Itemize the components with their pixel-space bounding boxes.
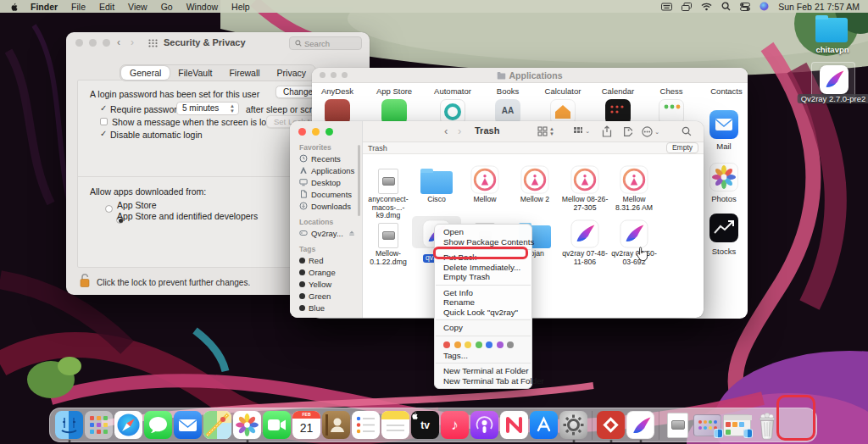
require-password-checkbox[interactable]: ✓: [100, 103, 107, 113]
dock-music[interactable]: ♪: [440, 408, 470, 442]
menu-item-new-terminal-tab[interactable]: New Terminal Tab at Folder: [435, 376, 531, 386]
zoom-button[interactable]: [326, 128, 333, 136]
file-mellow-83126[interactable]: Mellow 8.31.26 AM: [609, 162, 659, 212]
dock-minimized-window-2[interactable]: [722, 408, 752, 442]
dock-calendar[interactable]: FEB 21: [292, 408, 321, 442]
menu-edit[interactable]: Edit: [92, 2, 121, 12]
app-label[interactable]: Books: [497, 86, 519, 96]
menu-go[interactable]: Go: [154, 2, 180, 12]
file-cisco-folder[interactable]: Cisco: [412, 162, 461, 204]
menu-item-put-back[interactable]: Put Back: [435, 253, 531, 263]
menu-file[interactable]: File: [64, 2, 92, 12]
tab-filevault[interactable]: FileVault: [170, 66, 220, 80]
dock-maps[interactable]: [203, 408, 232, 442]
unlocked-lock-icon[interactable]: [79, 273, 91, 288]
tab-firewall[interactable]: Firewall: [220, 66, 268, 80]
apple-menu[interactable]: [0, 2, 24, 12]
group-by-icon[interactable]: ⌄: [573, 126, 590, 136]
tab-general[interactable]: General: [121, 66, 170, 80]
minimize-button[interactable]: [312, 128, 320, 136]
dock-anydesk[interactable]: [596, 408, 626, 442]
more-actions-icon[interactable]: ⌄: [642, 126, 659, 137]
minimize-button[interactable]: [331, 72, 337, 78]
menu-item-get-info[interactable]: Get Info: [435, 288, 531, 298]
menu-help[interactable]: Help: [225, 2, 257, 12]
menu-bar-clock[interactable]: Sun Feb 21 7:57 AM: [778, 2, 860, 12]
desktop-label-qv2ray[interactable]: Qv2ray 2.7.0-pre2: [798, 94, 868, 103]
file-mellow-2[interactable]: Mellow 2: [510, 162, 559, 204]
forward-icon[interactable]: ›: [131, 36, 134, 48]
sidebar-scrollbar[interactable]: [358, 145, 360, 216]
dock-podcasts[interactable]: [470, 408, 499, 442]
view-options-icon[interactable]: ▲▼: [537, 126, 554, 136]
menu-item-open[interactable]: Open: [435, 227, 531, 237]
photos-icon[interactable]: [709, 163, 738, 191]
close-button[interactable]: [298, 128, 306, 136]
sidebar-tag-orange[interactable]: Orange: [290, 266, 362, 278]
sidebar-item-desktop[interactable]: Desktop: [290, 176, 362, 188]
show-message-checkbox[interactable]: [100, 118, 108, 125]
require-password-delay-select[interactable]: 5 minutes ▲▼: [176, 102, 239, 115]
minimize-button[interactable]: [89, 39, 97, 47]
desktop-label-chitavpn[interactable]: chitavpn: [815, 45, 849, 54]
sidebar-tag-red[interactable]: Red: [290, 254, 362, 266]
file-mellow-dmg[interactable]: Mellow-0.1.22.dmg: [364, 216, 413, 266]
dock-news[interactable]: [499, 408, 529, 442]
app-label[interactable]: Stocks: [712, 247, 737, 256]
menu-item-new-terminal[interactable]: New Terminal at Folder: [435, 366, 531, 376]
menu-window[interactable]: Window: [180, 2, 225, 12]
app-label[interactable]: App Store: [376, 86, 412, 96]
zoom-button[interactable]: [103, 39, 110, 47]
file-qv2ray-0748[interactable]: qv2ray 07-48-11-806: [560, 216, 609, 266]
sidebar-item-recents[interactable]: Recents: [290, 153, 362, 164]
app-label[interactable]: AnyDesk: [321, 86, 353, 96]
menu-item-show-package-contents[interactable]: Show Package Contents: [435, 237, 531, 247]
keyboard-icon[interactable]: [661, 3, 672, 11]
dock-app-store[interactable]: [529, 408, 559, 442]
close-button[interactable]: [75, 39, 83, 47]
tag-blue[interactable]: [486, 341, 492, 348]
back-icon[interactable]: ‹: [444, 125, 448, 137]
sidebar-item-applications[interactable]: Applications: [290, 164, 362, 176]
tag-purple[interactable]: [497, 341, 504, 348]
siri-icon[interactable]: [760, 2, 769, 11]
empty-trash-button[interactable]: Empty: [666, 142, 698, 153]
dock-contacts[interactable]: [321, 408, 351, 442]
app-label[interactable]: Calculator: [545, 86, 581, 96]
search-icon[interactable]: [721, 2, 731, 11]
menu-item-tags[interactable]: Tags...: [435, 351, 531, 361]
dock-mail[interactable]: [173, 408, 203, 442]
search-field[interactable]: Search: [289, 36, 362, 50]
search-icon[interactable]: [682, 126, 692, 136]
menu-item-empty-trash[interactable]: Empty Trash: [435, 272, 531, 282]
dock-disk-image[interactable]: [663, 408, 693, 442]
show-all-grid-icon[interactable]: [148, 39, 158, 47]
stocks-icon[interactable]: [709, 214, 738, 242]
tag-green[interactable]: [476, 341, 482, 348]
dock-tv[interactable]: tv: [410, 408, 440, 442]
sidebar-tag-yellow[interactable]: Yellow: [290, 278, 362, 290]
dock-finder[interactable]: [54, 408, 84, 442]
eject-icon[interactable]: [348, 230, 355, 236]
tag-icon[interactable]: [621, 126, 632, 137]
forward-icon[interactable]: ›: [458, 125, 461, 137]
desktop-folder-chitavpn[interactable]: [815, 18, 848, 42]
sidebar-item-qv2ray-volume[interactable]: Qv2ray...: [290, 227, 362, 239]
dock-safari[interactable]: [114, 408, 143, 442]
disable-auto-login-checkbox[interactable]: ✓: [100, 129, 107, 138]
file-mellow-08[interactable]: Mellow 08-26-27-305: [560, 162, 609, 212]
dock-messages[interactable]: [143, 408, 173, 442]
file-mellow[interactable]: Mellow: [460, 162, 509, 204]
app-label[interactable]: Calendar: [602, 86, 635, 96]
app-label[interactable]: Automator: [434, 86, 471, 96]
back-icon[interactable]: ‹: [117, 36, 120, 48]
menu-view[interactable]: View: [121, 2, 154, 12]
dock-notes[interactable]: [381, 408, 410, 442]
dock-facetime[interactable]: [262, 408, 292, 442]
mail-icon[interactable]: [709, 110, 738, 139]
zoom-button[interactable]: [342, 72, 348, 78]
app-label[interactable]: Mail: [716, 142, 731, 151]
tag-gray[interactable]: [507, 341, 514, 348]
windows-icon[interactable]: [682, 3, 692, 11]
dock-reminders[interactable]: [351, 408, 381, 442]
